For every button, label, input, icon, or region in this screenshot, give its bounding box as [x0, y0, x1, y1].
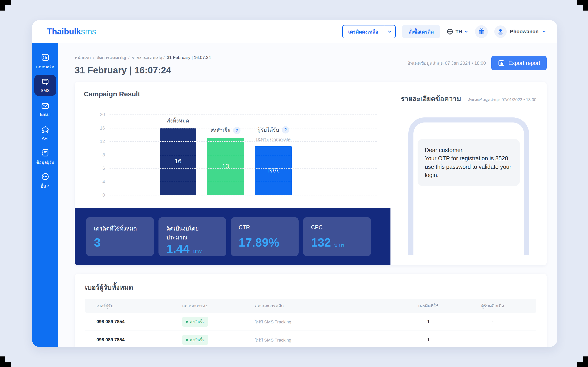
- buy-credit-button[interactable]: สั่งซื้อเครดิต: [402, 25, 440, 38]
- credit-dropdown-toggle[interactable]: [384, 25, 395, 38]
- stat-label: CPC: [311, 224, 363, 231]
- sidebar-item-label: Email: [40, 112, 50, 117]
- breadcrumb-separator: /: [93, 55, 94, 60]
- top-header: Thaibulksms เครดิตคงเหลือ สั่งซื้อเครดิต…: [32, 20, 557, 43]
- table-row[interactable]: 098 089 7854 ส่งสำเร็จ ไม่มี SMS Trackin…: [85, 331, 536, 347]
- language-selector[interactable]: TH: [447, 28, 468, 35]
- breadcrumb-separator: /: [128, 55, 130, 60]
- bar-label: ผู้รับได้รับ: [258, 126, 279, 134]
- app-logo[interactable]: Thaibulksms: [47, 27, 96, 36]
- gridline: 16: [110, 128, 377, 128]
- status-badge-label: ส่งสำเร็จ: [190, 337, 205, 343]
- cell-phone: 098 089 7854: [96, 319, 182, 324]
- cell-credits: 1: [396, 337, 460, 342]
- bar-value: 13: [222, 163, 229, 170]
- corner-mark: [577, 0, 588, 10]
- campaign-chart-section: Campaign Result ส่งทั้งหมด 16: [75, 82, 390, 265]
- y-axis-tick: 0: [93, 192, 105, 198]
- status-badge: ส่งสำเร็จ: [182, 317, 208, 327]
- last-update-text: อัพเดตข้อมูลล่าสุด 07 Jan 2024 • 18:00: [407, 59, 486, 67]
- sidebar-item-label: แดชบอร์ด: [36, 64, 54, 70]
- table-row[interactable]: 098 089 7854 ส่งสำเร็จ ไม่มี SMS Trackin…: [85, 313, 536, 331]
- bar-label: ส่งทั้งหมด: [167, 117, 189, 125]
- logo-part1: Thaibulk: [47, 27, 81, 36]
- stat-card-credits-used: เครดิตที่ใช้ทั้งหมด 3: [86, 217, 154, 256]
- corner-mark: [0, 357, 11, 367]
- remaining-credit-label: เครดิตคงเหลือ: [343, 25, 384, 38]
- sidebar-item-sms[interactable]: SMS: [34, 75, 56, 96]
- corner-mark: [577, 357, 588, 367]
- language-code: TH: [456, 29, 462, 34]
- status-dot-icon: [186, 321, 188, 323]
- cell-click-status: ไม่มี SMS Tracking: [255, 336, 396, 343]
- cell-clicked-at: -: [460, 319, 525, 324]
- stat-label: CTR: [239, 224, 291, 231]
- col-header-clicked-at: ผู้รับคลิกเมื่อ: [460, 302, 525, 309]
- breadcrumb-current: 31 February | 16:07:24: [167, 55, 211, 60]
- stat-value: 132: [311, 236, 331, 249]
- chevron-down-icon: [542, 29, 546, 34]
- phone-mockup: Dear customer, Your OTP for registration…: [408, 117, 529, 255]
- report-icon: [498, 59, 505, 67]
- col-header-credits: เครดิตที่ใช้: [396, 302, 460, 309]
- y-axis-tick: 6: [93, 166, 105, 171]
- email-icon: [41, 102, 50, 110]
- user-icon: [497, 28, 504, 35]
- help-icon[interactable]: ?: [282, 126, 289, 133]
- status-badge-label: ส่งสำเร็จ: [190, 319, 205, 325]
- stats-band: เครดิตที่ใช้ทั้งหมด 3 คิดเป็นงบโดยประมาณ…: [75, 208, 390, 265]
- bar-recipients-received[interactable]: ผู้รับได้รับ ? เฉพาะ Corporate N/A: [255, 146, 292, 195]
- stat-unit: บาท: [334, 241, 344, 249]
- export-report-button[interactable]: Export report: [491, 56, 547, 70]
- stat-card-ctr: CTR 17.89%: [231, 217, 299, 256]
- rewards-button[interactable]: [475, 25, 488, 38]
- header-controls: เครดิตคงเหลือ สั่งซื้อเครดิต TH: [342, 25, 546, 38]
- logo-part2: sms: [81, 27, 96, 36]
- bar-chart: ส่งทั้งหมด 16 ส่งสำเร็จ ?: [110, 115, 377, 195]
- dashboard-icon: [41, 53, 50, 62]
- api-icon: [41, 125, 50, 134]
- message-details-panel: รายละเอียดข้อความ อัพเดตข้อมูลล่าสุด 07/…: [390, 82, 547, 265]
- sidebar-item-email[interactable]: Email: [34, 99, 56, 120]
- message-details-update: อัพเดตข้อมูลล่าสุด 07/01/2023 • 18:00: [468, 96, 536, 103]
- breadcrumb-campaigns[interactable]: จัดการแคมเปญ: [96, 54, 126, 61]
- stat-label: คิดเป็นงบโดยประมาณ: [166, 224, 218, 242]
- table-header-row: เบอร์ผู้รับ สถานะการส่ง สถานะการคลิก เคร…: [85, 299, 536, 313]
- bar-sent-success[interactable]: ส่งสำเร็จ ? 13: [207, 138, 244, 195]
- bar-total-sent[interactable]: ส่งทั้งหมด 16: [160, 128, 196, 195]
- sidebar-item-dashboard[interactable]: แดชบอร์ด: [34, 51, 56, 72]
- user-menu[interactable]: Phoowanon: [494, 25, 546, 38]
- sms-message-bubble: Dear customer, Your OTP for registration…: [418, 139, 520, 186]
- y-axis-tick: 4: [93, 179, 105, 184]
- breadcrumb: หน้าแรก/ จัดการแคมเปญ/ รายงานแคมเปญ/ 31 …: [75, 54, 211, 61]
- sidebar-item-more[interactable]: อื่น ๆ: [34, 170, 56, 191]
- y-axis-tick: 8: [93, 152, 105, 158]
- username: Phoowanon: [510, 29, 539, 35]
- status-badge: ส่งสำเร็จ: [182, 335, 208, 345]
- corner-mark: [0, 0, 11, 10]
- stat-value: 3: [94, 236, 101, 249]
- cell-click-status: ไม่มี SMS Tracking: [255, 318, 396, 325]
- gridline: 4: [110, 182, 377, 182]
- cell-credits: 1: [396, 319, 460, 324]
- sidebar-item-api[interactable]: API: [34, 123, 56, 144]
- sidebar-item-recipients[interactable]: ข้อมูลผู้รับ: [34, 146, 56, 167]
- more-icon: [41, 172, 50, 181]
- sidebar-item-label: API: [42, 136, 48, 141]
- gridline: 6: [110, 168, 377, 169]
- sidebar-item-label: ข้อมูลผู้รับ: [36, 159, 54, 166]
- breadcrumb-home[interactable]: หน้าแรก: [75, 54, 91, 61]
- chart-title: Campaign Result: [84, 90, 381, 98]
- gridline: 20: [110, 115, 377, 115]
- breadcrumb-report[interactable]: รายงานแคมเปญ/: [132, 54, 164, 61]
- remaining-credit-button[interactable]: เครดิตคงเหลือ: [342, 25, 396, 38]
- col-header-click-status: สถานะการคลิก: [255, 302, 396, 309]
- stat-card-cpc: CPC 132บาท: [303, 217, 371, 256]
- bar-value: 16: [174, 158, 182, 165]
- col-header-phone: เบอร์ผู้รับ: [96, 302, 182, 309]
- globe-icon: [447, 28, 453, 35]
- gridline: 8: [110, 155, 377, 155]
- sms-icon: [41, 78, 50, 86]
- chevron-down-icon: [464, 29, 468, 34]
- chevron-down-icon: [387, 29, 393, 34]
